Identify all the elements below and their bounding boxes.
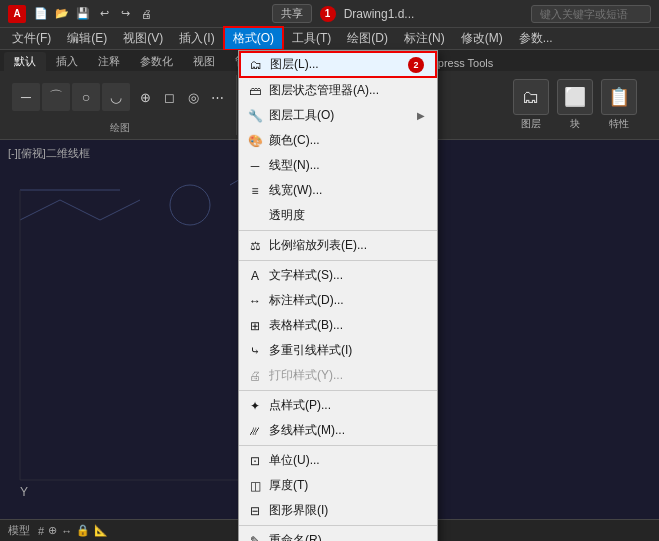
- menu-modify[interactable]: 修改(M): [453, 28, 511, 49]
- block-icon-box: ⬜: [557, 79, 593, 115]
- menu-item-tablestyle[interactable]: ⊞ 表格样式(B)...: [239, 313, 437, 338]
- menu-item-layer-tool[interactable]: 🔧 图层工具(O) ▶: [239, 103, 437, 128]
- share-button[interactable]: 共享: [272, 4, 312, 23]
- status-lock[interactable]: 🔒: [76, 524, 90, 537]
- dimstyle-label: 标注样式(D)...: [269, 292, 344, 309]
- draw-group-label: 绘图: [110, 121, 130, 135]
- status-hash[interactable]: #: [38, 525, 44, 537]
- draw-icons: ─ ⌒ ○ ◡ ⊕ ◻ ◎ ⋯: [12, 75, 228, 119]
- separator-2: [239, 260, 437, 261]
- menu-item-scale[interactable]: ⚖ 比例缩放列表(E)...: [239, 233, 437, 258]
- menu-item-linetype[interactable]: ─ 线型(N)...: [239, 153, 437, 178]
- menu-file[interactable]: 文件(F): [4, 28, 59, 49]
- mleaderstyle-icon: ⤷: [247, 343, 263, 359]
- print-button[interactable]: 🖨: [137, 5, 155, 23]
- menu-draw[interactable]: 绘图(D): [339, 28, 396, 49]
- status-model[interactable]: 模型: [8, 523, 30, 538]
- menu-tools[interactable]: 工具(T): [284, 28, 339, 49]
- draw-tools-row2: ⊕ ◻ ◎ ⋯: [134, 86, 228, 108]
- line-tool[interactable]: ─: [12, 83, 40, 111]
- search-input[interactable]: [531, 5, 651, 23]
- linetype-label: 线型(N)...: [269, 157, 320, 174]
- scale-label: 比例缩放列表(E)...: [269, 237, 367, 254]
- mlinestyle-label: 多线样式(M)...: [269, 422, 345, 439]
- color-label: 颜色(C)...: [269, 132, 320, 149]
- status-dim[interactable]: 📐: [94, 524, 108, 537]
- transparency-icon: [247, 208, 263, 224]
- transparency-label: 透明度: [269, 207, 305, 224]
- layer-tool-arrow: ▶: [417, 110, 425, 121]
- plotstyle-icon: 🖨: [247, 368, 263, 384]
- circle-tool[interactable]: ○: [72, 83, 100, 111]
- menu-edit[interactable]: 编辑(E): [59, 28, 115, 49]
- separator-3: [239, 390, 437, 391]
- menu-item-mleaderstyle[interactable]: ⤷ 多重引线样式(I): [239, 338, 437, 363]
- menu-item-rename[interactable]: ✎ 重命名(R)...: [239, 528, 437, 541]
- menu-item-transparency[interactable]: 透明度: [239, 203, 437, 228]
- undo-button[interactable]: ↩: [95, 5, 113, 23]
- menu-item-plotstyle: 🖨 打印样式(Y)...: [239, 363, 437, 388]
- menu-item-layer[interactable]: 🗂 图层(L)... 2: [239, 51, 437, 78]
- separator-4: [239, 445, 437, 446]
- menu-item-layer-state[interactable]: 🗃 图层状态管理器(A)...: [239, 78, 437, 103]
- tab-annotate[interactable]: 注释: [88, 52, 130, 71]
- properties-icon-label: 特性: [609, 117, 629, 131]
- layer-tool-label: 图层工具(O): [269, 107, 334, 124]
- separator-1: [239, 230, 437, 231]
- open-button[interactable]: 📂: [53, 5, 71, 23]
- express-layer-icon[interactable]: 🗂 图层: [513, 79, 549, 131]
- rename-label: 重命名(R)...: [269, 532, 332, 541]
- rename-icon: ✎: [247, 533, 263, 542]
- draw-extra3[interactable]: ⋯: [206, 86, 228, 108]
- layer-tool-icon: 🔧: [247, 108, 263, 124]
- menu-item-limits[interactable]: ⊟ 图形界限(I): [239, 498, 437, 523]
- menu-format[interactable]: 格式(O): [223, 26, 284, 51]
- svg-point-1: [170, 185, 210, 225]
- menu-item-mlinestyle[interactable]: ⫻ 多线样式(M)...: [239, 418, 437, 443]
- menu-view[interactable]: 视图(V): [115, 28, 171, 49]
- limits-icon: ⊟: [247, 503, 263, 519]
- menu-item-thickness[interactable]: ◫ 厚度(T): [239, 473, 437, 498]
- menu-item-textstyle[interactable]: A 文字样式(S)...: [239, 263, 437, 288]
- express-block-icon[interactable]: ⬜ 块: [557, 79, 593, 131]
- thickness-label: 厚度(T): [269, 477, 308, 494]
- properties-icon-box: 📋: [601, 79, 637, 115]
- layer-circle-badge: 2: [408, 57, 424, 73]
- save-button[interactable]: 💾: [74, 5, 92, 23]
- plotstyle-label: 打印样式(Y)...: [269, 367, 343, 384]
- draw-extra2[interactable]: ◎: [182, 86, 204, 108]
- quick-access-toolbar: 📄 📂 💾 ↩ ↪ 🖨: [32, 5, 155, 23]
- notification-badge: 1: [320, 6, 336, 22]
- draw-more-tools[interactable]: ⊕: [134, 86, 156, 108]
- dimstyle-icon: ↔: [247, 293, 263, 309]
- menu-item-units[interactable]: ⊡ 单位(U)...: [239, 448, 437, 473]
- express-layer-group: 🗂 图层 ⬜ 块 📋 特性: [503, 75, 647, 135]
- express-properties-icon[interactable]: 📋 特性: [601, 79, 637, 131]
- color-icon: 🎨: [247, 133, 263, 149]
- new-button[interactable]: 📄: [32, 5, 50, 23]
- lineweight-label: 线宽(W)...: [269, 182, 322, 199]
- redo-button[interactable]: ↪: [116, 5, 134, 23]
- menu-mark[interactable]: 标注(N): [396, 28, 453, 49]
- arc-tool[interactable]: ◡: [102, 83, 130, 111]
- status-snap[interactable]: ⊕: [48, 524, 57, 537]
- menu-insert[interactable]: 插入(I): [171, 28, 222, 49]
- units-label: 单位(U)...: [269, 452, 320, 469]
- draw-extra1[interactable]: ◻: [158, 86, 180, 108]
- menu-params[interactable]: 参数...: [511, 28, 561, 49]
- title-center: 共享 1 Drawing1.d...: [155, 4, 531, 23]
- tab-view[interactable]: 视图: [183, 52, 225, 71]
- menu-item-color[interactable]: 🎨 颜色(C)...: [239, 128, 437, 153]
- layer-menu-label: 图层(L)...: [270, 56, 319, 73]
- autocad-logo: A: [8, 5, 26, 23]
- tab-default[interactable]: 默认: [4, 52, 46, 71]
- title-bar-left: A 📄 📂 💾 ↩ ↪ 🖨: [8, 5, 155, 23]
- menu-item-dimstyle[interactable]: ↔ 标注样式(D)...: [239, 288, 437, 313]
- menu-item-pointstyle[interactable]: ✦ 点样式(P)...: [239, 393, 437, 418]
- ribbon-group-draw: ─ ⌒ ○ ◡ ⊕ ◻ ◎ ⋯ 绘图: [4, 75, 237, 135]
- tab-insert[interactable]: 插入: [46, 52, 88, 71]
- status-ortho[interactable]: ↔: [61, 525, 72, 537]
- tab-parametric[interactable]: 参数化: [130, 52, 183, 71]
- menu-item-lineweight[interactable]: ≡ 线宽(W)...: [239, 178, 437, 203]
- polyline-tool[interactable]: ⌒: [42, 83, 70, 111]
